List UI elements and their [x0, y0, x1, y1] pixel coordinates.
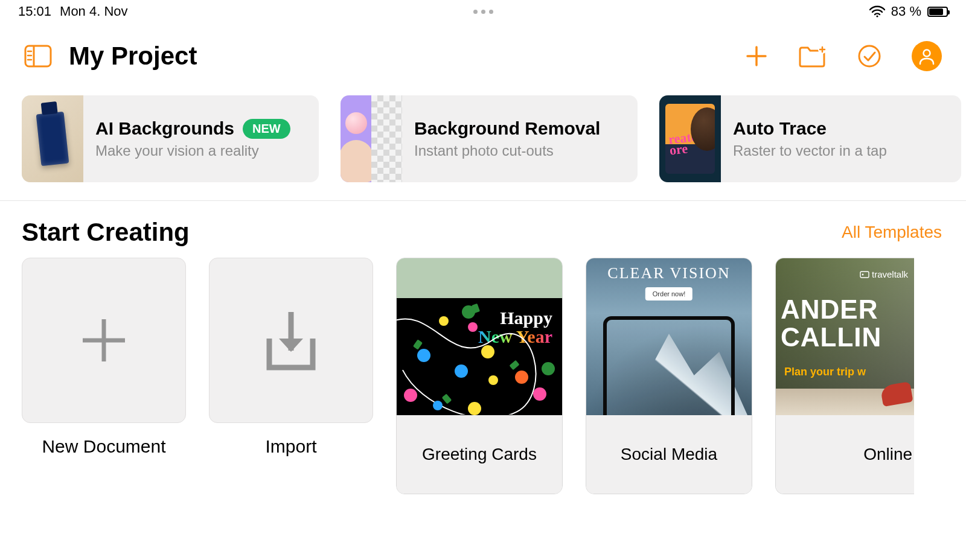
feature-ai-backgrounds[interactable]: AI Backgrounds NEW Make your vision a re…	[22, 95, 319, 182]
status-time: 15:01	[18, 4, 51, 19]
status-battery-text: 83 %	[891, 4, 921, 19]
template-preview: traveltalk ANDER CALLIN Plan your trip w	[776, 258, 914, 415]
feature-thumb: reateore	[659, 95, 721, 182]
template-greeting-cards[interactable]: Happy New Year	[396, 258, 563, 494]
import-icon	[261, 307, 321, 374]
all-templates-link[interactable]: All Templates	[842, 223, 942, 242]
feature-auto-trace[interactable]: reateore Auto Trace Raster to vector in …	[659, 95, 961, 182]
template-label: Greeting Cards	[397, 415, 562, 494]
feature-subtitle: Instant photo cut-outs	[414, 142, 600, 159]
status-bar: 15:01 Mon 4. Nov 83 %	[0, 0, 966, 23]
import-tile[interactable]: Import	[209, 258, 373, 494]
social-cta: Order now!	[645, 287, 693, 301]
new-badge: NEW	[243, 119, 290, 139]
svg-point-11	[859, 46, 880, 66]
multitask-dots[interactable]	[473, 10, 493, 14]
ad-subline: Plan your trip w	[784, 366, 866, 378]
svg-point-0	[876, 15, 878, 17]
profile-button[interactable]	[912, 41, 942, 71]
wifi-icon	[869, 5, 885, 18]
ad-logo: traveltalk	[860, 269, 908, 279]
person-icon	[918, 47, 936, 65]
template-label: Online A	[863, 445, 914, 464]
add-button[interactable]	[745, 45, 768, 68]
app-header: My Project	[0, 23, 966, 83]
status-date: Mon 4. Nov	[60, 4, 128, 19]
template-social-media[interactable]: CLEAR VISION Order now! Social Media	[586, 258, 752, 494]
template-online-ads[interactable]: traveltalk ANDER CALLIN Plan your trip w…	[775, 258, 914, 494]
select-mode-button[interactable]	[857, 44, 881, 68]
battery-icon	[927, 7, 948, 17]
feature-thumb	[341, 95, 402, 182]
feature-title: Auto Trace	[733, 118, 827, 139]
action-label: Import	[265, 436, 316, 457]
features-row[interactable]: AI Backgrounds NEW Make your vision a re…	[0, 83, 966, 201]
feature-subtitle: Raster to vector in a tap	[733, 142, 887, 159]
social-headline: CLEAR VISION	[586, 264, 752, 282]
template-preview: Happy New Year	[397, 258, 562, 415]
new-folder-button[interactable]	[798, 44, 827, 68]
svg-point-17	[862, 273, 864, 275]
sidebar-toggle-icon[interactable]	[24, 45, 52, 68]
template-label: Social Media	[586, 415, 752, 494]
feature-background-removal[interactable]: Background Removal Instant photo cut-out…	[341, 95, 638, 182]
plus-icon	[77, 313, 131, 368]
svg-point-12	[924, 50, 930, 57]
svg-rect-16	[860, 272, 869, 278]
section-title-start-creating: Start Creating	[22, 218, 190, 247]
feature-subtitle: Make your vision a reality	[95, 142, 290, 159]
start-creating-row[interactable]: New Document Import Happy New Year	[0, 258, 966, 494]
page-title: My Project	[69, 42, 728, 71]
action-label: New Document	[42, 436, 165, 457]
new-document-tile[interactable]: New Document	[22, 258, 186, 494]
feature-thumb	[22, 95, 83, 182]
feature-title: Background Removal	[414, 118, 600, 139]
ad-headline: ANDER CALLIN	[781, 296, 914, 351]
feature-title: AI Backgrounds	[95, 118, 234, 139]
template-preview: CLEAR VISION Order now!	[586, 258, 752, 415]
